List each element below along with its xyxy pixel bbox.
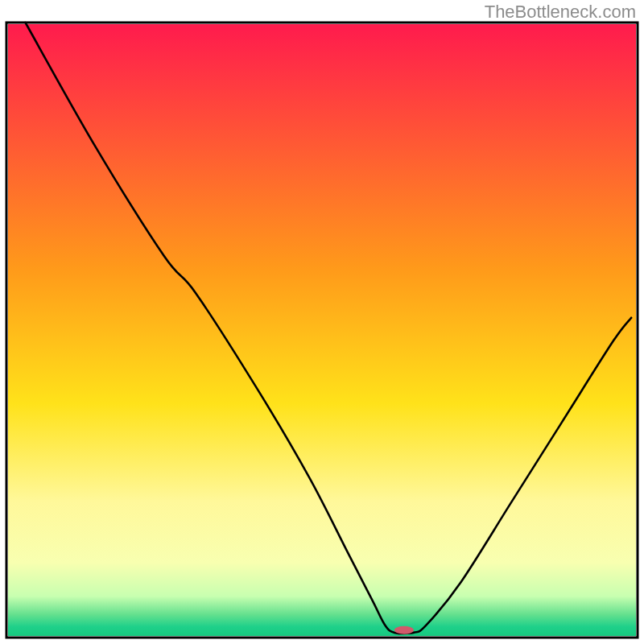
optimal-marker: [394, 626, 414, 634]
watermark-label: TheBottleneck.com: [485, 2, 636, 23]
bottleneck-chart: [0, 0, 644, 644]
chart-container: TheBottleneck.com: [0, 0, 644, 644]
plot-background: [8, 24, 636, 636]
